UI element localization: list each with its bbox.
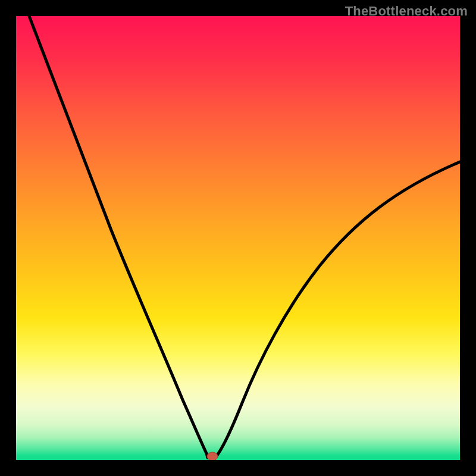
plot-area [16,16,460,460]
curve-right-arm [215,162,460,458]
bottleneck-curve [16,16,460,460]
chart-frame: TheBottleneck.com [0,0,476,476]
curve-left-arm [29,16,208,458]
optimum-marker [207,452,218,460]
